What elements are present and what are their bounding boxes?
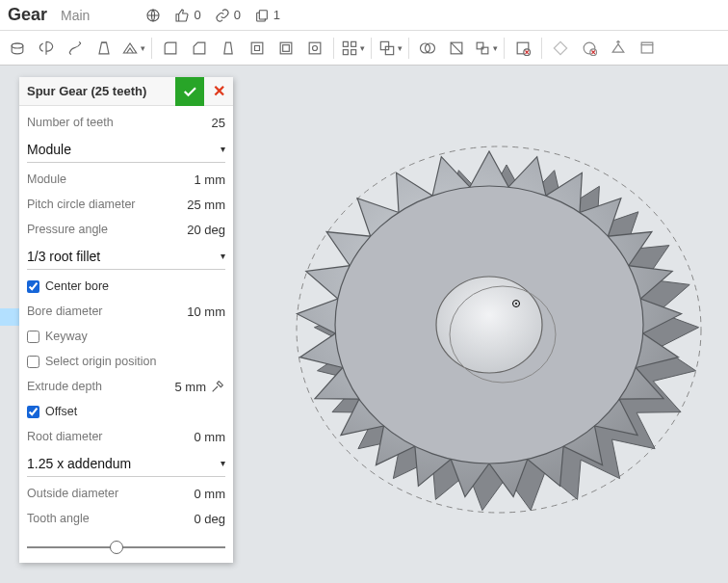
keyway-label: Keyway bbox=[45, 330, 88, 343]
tool-hole-icon[interactable] bbox=[301, 35, 328, 62]
feature-list-strip bbox=[0, 77, 19, 549]
row-tooth-angle-slider bbox=[27, 531, 225, 553]
tool-shell-icon[interactable] bbox=[273, 35, 299, 62]
tool-chamfer-icon[interactable] bbox=[186, 35, 213, 62]
links-count[interactable]: 0 bbox=[215, 8, 241, 23]
svg-rect-5 bbox=[283, 44, 290, 51]
viewport-3d[interactable] bbox=[250, 66, 728, 583]
tool-transform-icon[interactable] bbox=[472, 35, 499, 62]
teeth-value[interactable]: 25 bbox=[212, 116, 225, 130]
workspace-tab[interactable]: Main bbox=[61, 8, 90, 23]
module-select-label: Module bbox=[27, 142, 71, 157]
tooth-angle-slider[interactable] bbox=[27, 546, 225, 548]
ed-value[interactable]: 5 mm bbox=[175, 380, 207, 394]
module-label: Module bbox=[27, 172, 66, 186]
doc-meta: 0 0 1 bbox=[145, 8, 280, 23]
fillet-select[interactable]: 1/3 root fillet bbox=[27, 243, 225, 270]
tool-rib-icon[interactable] bbox=[244, 35, 271, 62]
offset-checkbox[interactable] bbox=[27, 406, 39, 418]
row-teeth[interactable]: Number of teeth 25 bbox=[27, 110, 225, 135]
svg-rect-12 bbox=[380, 41, 388, 49]
row-centerbore[interactable]: Center bore bbox=[27, 274, 225, 299]
tool-move-face-icon[interactable] bbox=[576, 35, 603, 62]
tool-split-icon[interactable] bbox=[443, 35, 470, 62]
row-outside-diameter[interactable]: Outside diameter 0 mm bbox=[27, 481, 225, 506]
rd-value[interactable]: 0 mm bbox=[195, 430, 226, 444]
confirm-button[interactable] bbox=[175, 77, 204, 106]
tool-replace-face-icon[interactable] bbox=[605, 35, 632, 62]
copies-value: 1 bbox=[273, 8, 280, 22]
svg-point-7 bbox=[313, 45, 318, 50]
tool-offset-surface-icon[interactable] bbox=[634, 35, 661, 62]
tool-sweep-icon[interactable] bbox=[62, 35, 89, 62]
centerbore-label: Center bore bbox=[45, 279, 109, 293]
svg-rect-3 bbox=[251, 42, 263, 54]
pa-value[interactable]: 20 deg bbox=[187, 223, 225, 237]
tool-thicken-icon[interactable] bbox=[119, 35, 146, 62]
tool-extrude-add-icon[interactable] bbox=[4, 35, 31, 62]
teeth-label: Number of teeth bbox=[27, 116, 114, 129]
row-keyway[interactable]: Keyway bbox=[27, 324, 225, 349]
tool-boolean-icon[interactable] bbox=[377, 35, 403, 62]
keyway-checkbox[interactable] bbox=[27, 331, 39, 343]
svg-rect-8 bbox=[343, 41, 348, 46]
bd-value[interactable]: 10 mm bbox=[187, 305, 225, 319]
pcd-label: Pitch circle diameter bbox=[27, 198, 136, 211]
tool-delete-face-icon[interactable] bbox=[509, 35, 536, 62]
ta-value[interactable]: 0 deg bbox=[194, 512, 225, 526]
tool-draft-icon[interactable] bbox=[215, 35, 242, 62]
svg-point-2 bbox=[12, 43, 23, 48]
module-value[interactable]: 1 mm bbox=[195, 172, 226, 187]
depth-picker-icon[interactable] bbox=[210, 379, 225, 394]
panel-header: Spur Gear (25 teeth) ✕ bbox=[19, 77, 233, 106]
origin-label: Select origin position bbox=[45, 355, 156, 368]
od-value[interactable]: 0 mm bbox=[195, 487, 226, 501]
origin-marker-icon bbox=[512, 300, 520, 307]
offset-label: Offset bbox=[45, 405, 77, 418]
main-area: Spur Gear (25 teeth) ✕ Number of teeth 2… bbox=[0, 66, 728, 583]
bd-label: Bore diameter bbox=[27, 305, 103, 318]
svg-rect-17 bbox=[477, 42, 483, 49]
feature-selected-indicator[interactable] bbox=[0, 308, 19, 326]
tool-revolve-icon[interactable] bbox=[33, 35, 60, 62]
panel-title: Spur Gear (25 teeth) bbox=[27, 84, 175, 98]
addendum-select[interactable]: 1.25 x addendum bbox=[27, 450, 225, 477]
tool-loft-icon[interactable] bbox=[91, 35, 117, 62]
ta-label: Tooth angle bbox=[27, 512, 90, 525]
tool-pattern-icon[interactable] bbox=[339, 35, 366, 62]
fillet-select-label: 1/3 root fillet bbox=[27, 249, 100, 264]
row-origin[interactable]: Select origin position bbox=[27, 349, 225, 374]
copies-count[interactable]: 1 bbox=[254, 8, 280, 23]
document-name: Gear bbox=[8, 5, 47, 25]
row-bore-diameter[interactable]: Bore diameter 10 mm bbox=[27, 299, 225, 324]
svg-rect-10 bbox=[343, 49, 348, 54]
svg-rect-18 bbox=[481, 47, 488, 54]
pcd-value[interactable]: 25 mm bbox=[187, 198, 225, 212]
row-extrude-depth[interactable]: Extrude depth 5 mm bbox=[27, 374, 225, 399]
links-value: 0 bbox=[234, 8, 241, 22]
addendum-select-label: 1.25 x addendum bbox=[27, 456, 131, 471]
cancel-button[interactable]: ✕ bbox=[204, 77, 233, 106]
row-tooth-angle[interactable]: Tooth angle 0 deg bbox=[27, 506, 225, 531]
origin-checkbox[interactable] bbox=[27, 356, 39, 368]
tool-fillet-icon[interactable] bbox=[157, 35, 184, 62]
rd-label: Root diameter bbox=[27, 430, 103, 443]
svg-rect-23 bbox=[641, 44, 653, 52]
centerbore-checkbox[interactable] bbox=[27, 280, 39, 293]
public-icon[interactable] bbox=[145, 8, 161, 23]
row-module[interactable]: Module 1 mm bbox=[27, 167, 225, 192]
row-root-diameter[interactable]: Root diameter 0 mm bbox=[27, 424, 225, 449]
row-offset[interactable]: Offset bbox=[27, 399, 225, 424]
svg-rect-1 bbox=[259, 10, 267, 18]
module-select[interactable]: Module bbox=[27, 136, 225, 163]
tool-modify-fillet-icon[interactable] bbox=[547, 35, 574, 62]
row-pcd[interactable]: Pitch circle diameter 25 mm bbox=[27, 192, 225, 217]
feature-toolbar bbox=[0, 31, 728, 66]
pa-label: Pressure angle bbox=[27, 223, 108, 236]
row-pressure-angle[interactable]: Pressure angle 20 deg bbox=[27, 217, 225, 242]
svg-rect-6 bbox=[309, 42, 321, 54]
tool-intersect-icon[interactable] bbox=[414, 35, 441, 62]
svg-rect-11 bbox=[351, 49, 356, 54]
likes-count[interactable]: 0 bbox=[174, 8, 200, 23]
title-bar: Gear Main 0 0 1 bbox=[0, 0, 728, 31]
